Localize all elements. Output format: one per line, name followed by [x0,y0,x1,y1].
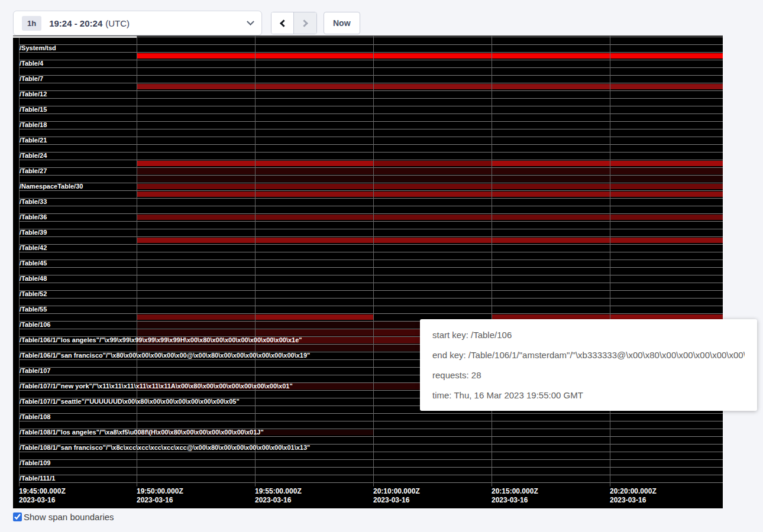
time-grid-line [255,36,256,486]
span-boundary-line [19,113,723,114]
row-label: /Table/21 [20,137,47,144]
span-boundary-line [19,90,723,91]
heatmap-band [137,53,723,59]
heatmap-band [255,314,373,320]
span-boundary-line [19,467,723,468]
span-boundary-line [19,452,723,452]
span-boundary-line [19,252,723,252]
span-boundary-line [19,313,723,314]
timezone-label: (UTC) [105,18,130,28]
top-activity-strip [13,36,137,38]
span-boundary-line [19,436,723,437]
row-label: /Table/48 [20,275,47,283]
row-label: /Table/42 [20,244,47,252]
span-boundary-line [19,275,723,275]
heatmap-canvas[interactable]: /System/tsd/Table/4/Table/7/Table/12/Tab… [13,35,723,508]
span-boundary-line [19,106,723,106]
row-label: /Table/12 [20,90,47,98]
span-boundary-line [19,129,723,129]
time-nav-group [271,12,317,34]
heatmap-band [137,176,723,182]
row-label: /Table/33 [20,198,47,206]
row-label: /NamespaceTable/30 [20,183,83,190]
row-label: /Table/7 [20,75,43,83]
time-range-select[interactable]: 1h 19:24 - 20:24 (UTC) [13,11,262,35]
row-label: /Table/36 [20,213,47,221]
heatmap-band [492,161,723,166]
next-time-button[interactable] [294,12,316,34]
span-boundary-line [19,306,723,306]
row-label: /Table/106/1/"san francisco"/"\x80\x00\x… [20,352,310,359]
toolbar: 1h 19:24 - 20:24 (UTC) Now [0,0,763,35]
row-label: /Table/52 [20,290,47,298]
time-range-label: 19:24 - 20:24 [49,18,102,28]
show-span-boundaries-checkbox[interactable] [13,512,22,521]
axis-tick-label: 20:15:00.000Z2023-03-16 [492,487,538,505]
span-boundary-line [19,198,723,199]
span-boundary-line [19,267,723,268]
tooltip-start-key: start key: /Table/106 [432,325,745,345]
span-boundary-line [19,206,723,206]
chevron-left-icon [280,20,287,27]
span-boundary-line [19,144,723,145]
row-label: /Table/106 [20,321,50,329]
time-grid-line [373,36,374,486]
row-label: /Table/24 [20,152,47,160]
row-label: /Table/55 [20,306,47,313]
span-boundary-line [19,213,723,214]
span-boundary-line [19,221,723,222]
time-grid-line [492,36,492,486]
heatmap-band [137,314,255,320]
span-boundary-line [19,459,723,460]
span-boundary-line [19,482,723,483]
hover-tooltip: start key: /Table/106 end key: /Table/10… [420,319,757,411]
heatmap-band [137,184,723,189]
row-label: /Table/108/1/"los angeles"/"\xa8\xf5\u00… [20,429,264,436]
span-boundary-line [19,413,723,414]
span-boundary-line [19,75,723,76]
time-grid-line [610,36,610,486]
heatmap-band [137,168,723,174]
span-boundary-line [19,236,723,237]
heatmap-band [137,84,723,89]
span-boundary-line [19,290,723,291]
row-label: /Table/45 [20,259,47,267]
tooltip-end-key: end key: /Table/106/1/"amsterdam"/"\xb33… [432,345,745,365]
axis-tick-label: 19:50:00.000Z2023-03-16 [137,487,183,505]
row-label: /Table/15 [20,106,47,113]
tooltip-requests: requests: 28 [432,365,745,385]
span-boundary-line [19,121,723,122]
row-label: /Table/111/1 [20,475,55,482]
span-boundary-line [19,283,723,283]
row-label: /Table/27 [20,167,47,175]
heatmap-band [137,329,255,336]
row-label: /System/tsd [20,44,56,52]
row-label: /Table/39 [20,229,47,236]
axis-tick-label: 19:45:00.000Z2023-03-16 [19,487,66,505]
span-boundary-line [19,298,723,299]
show-span-boundaries-label: Show span boundaries [24,512,114,522]
axis-tick-label: 20:10:00.000Z2023-03-16 [373,487,420,505]
span-boundary-line [19,160,723,160]
time-grid-line [137,36,137,486]
footer: Show span boundaries [13,512,114,522]
span-boundary-line [19,60,723,60]
span-boundary-line [19,83,723,83]
span-boundary-line [19,98,723,99]
tooltip-time: time: Thu, 16 Mar 2023 19:55:00 GMT [432,385,745,406]
row-label: /Table/108 [20,413,50,421]
axis-tick-label: 19:55:00.000Z2023-03-16 [255,487,302,505]
span-boundary-line [19,175,723,176]
duration-badge: 1h [22,16,41,31]
heatmap-band [255,329,373,336]
row-label: /Table/4 [20,60,43,67]
prev-time-button[interactable] [271,12,294,34]
span-boundary-line [19,475,723,475]
span-boundary-line [19,229,723,229]
chevron-right-icon [300,20,308,27]
heatmap-band [137,238,723,243]
now-button[interactable]: Now [324,12,360,34]
row-label: /Table/107/1/"new york"/"\x11\x11\x11\x1… [20,382,293,390]
span-boundary-line [19,152,723,153]
span-boundary-line [19,244,723,245]
